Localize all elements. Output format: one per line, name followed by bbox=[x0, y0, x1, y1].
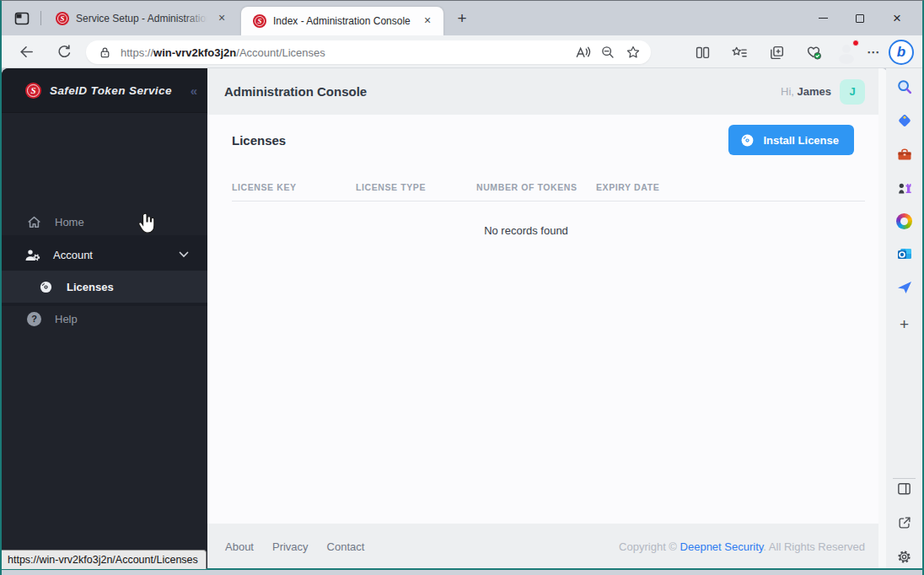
profile-notification-dot bbox=[852, 40, 859, 46]
refresh-button[interactable] bbox=[50, 39, 78, 64]
safeid-logo-icon: S bbox=[25, 83, 41, 99]
licenses-panel: Licenses Install License LICENSE KEY LIC… bbox=[207, 115, 878, 524]
status-bar-url: https://win-vrv2kfo3j2n/Account/Licenses bbox=[2, 550, 207, 569]
search-icon[interactable] bbox=[893, 75, 916, 99]
sidebar-collapse-icon[interactable]: « bbox=[191, 83, 196, 98]
games-icon[interactable] bbox=[893, 176, 916, 200]
url-text[interactable]: https://win-vrv2kfo3j2n/Account/Licenses bbox=[121, 46, 570, 59]
footer-link-about[interactable]: About bbox=[225, 540, 254, 553]
sidebar-item-account[interactable]: Account bbox=[2, 239, 207, 271]
column-header: LICENSE TYPE bbox=[356, 182, 476, 192]
address-bar[interactable]: https://win-vrv2kfo3j2n/Account/Licenses bbox=[86, 40, 651, 64]
minimize-button[interactable] bbox=[804, 5, 841, 32]
app-header: Administration Console Hi, James J bbox=[207, 68, 878, 115]
sidebar-item-home[interactable]: Home bbox=[2, 206, 207, 238]
app-main: Administration Console Hi, James J Licen… bbox=[207, 68, 878, 569]
tab-close-icon[interactable]: × bbox=[214, 11, 229, 26]
maximize-button[interactable] bbox=[841, 5, 878, 32]
app-footer: About Privacy Contact Copyright © Deepne… bbox=[207, 524, 878, 569]
sidebar-panel-icon[interactable] bbox=[893, 476, 916, 500]
microsoft-365-logo bbox=[896, 213, 912, 229]
install-license-label: Install License bbox=[763, 134, 839, 147]
install-license-button[interactable]: Install License bbox=[728, 125, 854, 155]
open-external-icon[interactable] bbox=[893, 511, 916, 535]
sidebar-item-label: Home bbox=[55, 216, 84, 228]
disc-icon bbox=[740, 133, 755, 148]
collections-icon[interactable] bbox=[762, 40, 791, 65]
tab-index-admin-console[interactable]: S Index - Administration Console × bbox=[241, 7, 443, 35]
close-button[interactable]: × bbox=[878, 5, 916, 32]
outlook-icon[interactable] bbox=[893, 242, 916, 266]
app-sidebar: S SafeID Token Service « Home Account Li… bbox=[2, 68, 207, 569]
footer-link-contact[interactable]: Contact bbox=[327, 540, 365, 553]
license-disc-icon bbox=[39, 280, 53, 294]
new-tab-button[interactable]: + bbox=[452, 8, 472, 29]
user-avatar[interactable]: J bbox=[840, 79, 865, 105]
safeid-favicon-icon: S bbox=[56, 12, 69, 25]
maximize-icon bbox=[856, 14, 864, 23]
sidebar-item-help[interactable]: ? Help bbox=[2, 303, 207, 335]
app-brand-name: SafeID Token Service bbox=[50, 84, 191, 97]
app-brand-bar: S SafeID Token Service « bbox=[2, 68, 207, 112]
favorites-bar-icon[interactable] bbox=[725, 40, 754, 65]
browser-essentials-icon[interactable] bbox=[799, 40, 828, 65]
settings-and-more-icon[interactable]: ⋯ bbox=[867, 45, 880, 60]
window-controls: × bbox=[804, 1, 916, 35]
edge-sidebar-rail: + bbox=[886, 68, 922, 569]
tab-title: Index - Administration Console bbox=[273, 15, 413, 27]
add-to-sidebar-icon[interactable]: + bbox=[893, 313, 916, 336]
tools-icon[interactable] bbox=[893, 142, 916, 166]
shopping-icon[interactable] bbox=[893, 109, 916, 132]
help-icon: ? bbox=[27, 312, 41, 326]
chevron-down-icon bbox=[179, 251, 189, 258]
tab-close-icon[interactable]: × bbox=[420, 13, 435, 29]
favorite-star-icon[interactable] bbox=[620, 42, 646, 62]
table-header-row: LICENSE KEY LICENSE TYPE NUMBER OF TOKEN… bbox=[232, 182, 865, 192]
account-icon bbox=[24, 248, 40, 262]
column-header: LICENSE KEY bbox=[232, 182, 356, 192]
minimize-icon bbox=[819, 18, 828, 19]
safeid-favicon-icon: S bbox=[253, 14, 266, 28]
settings-gear-icon[interactable] bbox=[893, 545, 916, 568]
deepnet-security-link[interactable]: Deepnet Security bbox=[680, 540, 764, 553]
browser-toolbar: https://win-vrv2kfo3j2n/Account/Licenses bbox=[2, 35, 922, 68]
page-header-title: Administration Console bbox=[224, 84, 781, 99]
page-title: Licenses bbox=[232, 133, 286, 148]
footer-link-privacy[interactable]: Privacy bbox=[272, 540, 309, 553]
back-button[interactable] bbox=[12, 39, 40, 64]
zoom-out-icon[interactable] bbox=[595, 42, 620, 62]
tab-strip: S Service Setup - Administration C × S I… bbox=[2, 1, 922, 35]
tab-title: Service Setup - Administration C bbox=[76, 13, 207, 24]
sidebar-item-licenses[interactable]: Licenses bbox=[2, 271, 207, 303]
drop-icon[interactable] bbox=[893, 276, 916, 299]
sidebar-item-label: Account bbox=[53, 249, 93, 261]
microsoft-365-icon[interactable] bbox=[893, 209, 916, 233]
profile-button[interactable] bbox=[836, 41, 858, 63]
home-icon bbox=[27, 215, 41, 229]
column-header: EXPIRY DATE bbox=[596, 182, 697, 192]
tab-actions-menu-icon[interactable] bbox=[13, 10, 30, 27]
copyright-text: Copyright © Deepnet Security. All Rights… bbox=[619, 540, 865, 553]
bing-chat-icon[interactable]: b bbox=[889, 40, 914, 65]
table-header-divider bbox=[232, 201, 865, 202]
tab-service-setup[interactable]: S Service Setup - Administration C × bbox=[44, 1, 238, 35]
split-screen-icon[interactable] bbox=[688, 40, 717, 65]
user-greeting: Hi, James bbox=[781, 85, 831, 98]
read-aloud-icon[interactable] bbox=[570, 42, 595, 62]
web-content: S SafeID Token Service « Home Account Li… bbox=[2, 68, 888, 569]
close-icon: × bbox=[893, 11, 901, 25]
browser-window: S Service Setup - Administration C × S I… bbox=[0, 0, 924, 575]
column-header: NUMBER OF TOKENS bbox=[476, 182, 596, 192]
empty-table-message: No records found bbox=[207, 224, 845, 237]
site-security-lock-icon[interactable] bbox=[98, 46, 112, 60]
divider bbox=[40, 11, 41, 25]
toolbar-right-icons: ⋯ b bbox=[688, 40, 914, 65]
window-bottom-border bbox=[2, 568, 922, 575]
sidebar-item-label: Licenses bbox=[67, 281, 114, 293]
sidebar-item-label: Help bbox=[55, 313, 78, 325]
